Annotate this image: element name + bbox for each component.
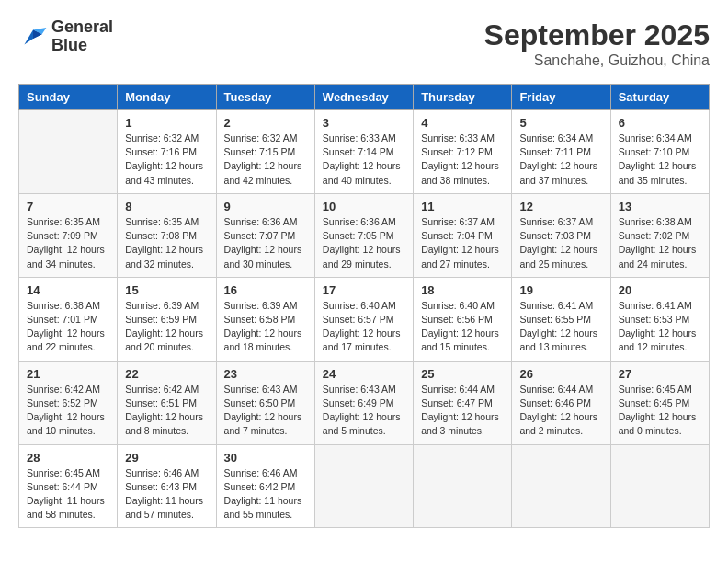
calendar-cell: 1Sunrise: 6:32 AMSunset: 7:16 PMDaylight… <box>118 110 216 194</box>
calendar-cell <box>610 444 709 528</box>
weekday-header: Friday <box>512 85 610 110</box>
calendar-cell: 19Sunrise: 6:41 AMSunset: 6:55 PMDayligh… <box>512 277 610 361</box>
calendar-cell: 13Sunrise: 6:38 AMSunset: 7:02 PMDayligh… <box>610 193 709 277</box>
day-info: Sunrise: 6:41 AMSunset: 6:55 PMDaylight:… <box>519 299 602 355</box>
calendar-week-row: 28Sunrise: 6:45 AMSunset: 6:44 PMDayligh… <box>19 444 710 528</box>
calendar-cell: 18Sunrise: 6:40 AMSunset: 6:56 PMDayligh… <box>414 277 512 361</box>
calendar-cell: 23Sunrise: 6:43 AMSunset: 6:50 PMDayligh… <box>216 361 314 444</box>
calendar-week-row: 1Sunrise: 6:32 AMSunset: 7:16 PMDaylight… <box>19 110 710 194</box>
day-number: 6 <box>619 116 701 130</box>
calendar-cell: 29Sunrise: 6:46 AMSunset: 6:43 PMDayligh… <box>118 444 216 528</box>
weekday-header: Thursday <box>414 85 512 110</box>
day-info: Sunrise: 6:39 AMSunset: 6:58 PMDaylight:… <box>224 299 307 355</box>
weekday-header: Saturday <box>610 85 709 110</box>
calendar-cell: 14Sunrise: 6:38 AMSunset: 7:01 PMDayligh… <box>19 277 118 361</box>
day-number: 3 <box>323 116 405 130</box>
calendar-cell: 12Sunrise: 6:37 AMSunset: 7:03 PMDayligh… <box>512 193 610 277</box>
day-number: 24 <box>323 367 405 381</box>
calendar-cell: 30Sunrise: 6:46 AMSunset: 6:42 PMDayligh… <box>216 444 314 528</box>
logo: General Blue <box>18 18 113 55</box>
day-info: Sunrise: 6:38 AMSunset: 7:02 PMDaylight:… <box>619 215 701 271</box>
day-info: Sunrise: 6:45 AMSunset: 6:45 PMDaylight:… <box>619 383 701 439</box>
day-info: Sunrise: 6:35 AMSunset: 7:08 PMDaylight:… <box>125 215 208 271</box>
calendar-week-row: 21Sunrise: 6:42 AMSunset: 6:52 PMDayligh… <box>19 361 710 444</box>
calendar-cell: 15Sunrise: 6:39 AMSunset: 6:59 PMDayligh… <box>118 277 216 361</box>
day-info: Sunrise: 6:33 AMSunset: 7:12 PMDaylight:… <box>421 132 504 188</box>
calendar-header-row: SundayMondayTuesdayWednesdayThursdayFrid… <box>19 85 710 110</box>
day-info: Sunrise: 6:46 AMSunset: 6:43 PMDaylight:… <box>125 466 208 523</box>
day-number: 27 <box>619 367 701 381</box>
day-info: Sunrise: 6:37 AMSunset: 7:04 PMDaylight:… <box>421 215 504 271</box>
calendar-cell: 4Sunrise: 6:33 AMSunset: 7:12 PMDaylight… <box>414 110 512 194</box>
day-info: Sunrise: 6:32 AMSunset: 7:16 PMDaylight:… <box>125 132 208 188</box>
title-block: September 2025 Sanchahe, Guizhou, China <box>484 18 710 69</box>
day-number: 4 <box>421 116 504 130</box>
day-info: Sunrise: 6:33 AMSunset: 7:14 PMDaylight:… <box>323 132 405 188</box>
calendar-cell <box>414 444 512 528</box>
calendar-cell: 10Sunrise: 6:36 AMSunset: 7:05 PMDayligh… <box>314 193 413 277</box>
calendar-cell: 9Sunrise: 6:36 AMSunset: 7:07 PMDaylight… <box>216 193 314 277</box>
calendar-week-row: 7Sunrise: 6:35 AMSunset: 7:09 PMDaylight… <box>19 193 710 277</box>
day-number: 28 <box>27 451 109 465</box>
day-info: Sunrise: 6:40 AMSunset: 6:57 PMDaylight:… <box>323 299 405 355</box>
calendar-cell: 21Sunrise: 6:42 AMSunset: 6:52 PMDayligh… <box>19 361 118 444</box>
day-number: 2 <box>224 116 307 130</box>
calendar-cell: 20Sunrise: 6:41 AMSunset: 6:53 PMDayligh… <box>610 277 709 361</box>
calendar-cell: 5Sunrise: 6:34 AMSunset: 7:11 PMDaylight… <box>512 110 610 194</box>
day-info: Sunrise: 6:42 AMSunset: 6:52 PMDaylight:… <box>27 383 109 439</box>
day-info: Sunrise: 6:38 AMSunset: 7:01 PMDaylight:… <box>27 299 109 355</box>
day-number: 22 <box>125 367 208 381</box>
calendar-cell: 8Sunrise: 6:35 AMSunset: 7:08 PMDaylight… <box>118 193 216 277</box>
calendar-cell: 27Sunrise: 6:45 AMSunset: 6:45 PMDayligh… <box>610 361 709 444</box>
calendar-cell: 25Sunrise: 6:44 AMSunset: 6:47 PMDayligh… <box>414 361 512 444</box>
day-number: 17 <box>323 283 405 297</box>
day-info: Sunrise: 6:35 AMSunset: 7:09 PMDaylight:… <box>27 215 109 271</box>
day-number: 19 <box>519 283 602 297</box>
day-number: 13 <box>619 200 701 213</box>
calendar-cell: 2Sunrise: 6:32 AMSunset: 7:15 PMDaylight… <box>216 110 314 194</box>
page-header: General Blue September 2025 Sanchahe, Gu… <box>18 18 710 69</box>
day-info: Sunrise: 6:39 AMSunset: 6:59 PMDaylight:… <box>125 299 208 355</box>
day-number: 9 <box>224 200 307 213</box>
day-number: 10 <box>323 200 405 213</box>
day-number: 26 <box>519 367 602 381</box>
day-info: Sunrise: 6:34 AMSunset: 7:11 PMDaylight:… <box>519 132 602 188</box>
day-info: Sunrise: 6:44 AMSunset: 6:46 PMDaylight:… <box>519 383 602 439</box>
day-number: 8 <box>125 200 208 213</box>
calendar-cell: 17Sunrise: 6:40 AMSunset: 6:57 PMDayligh… <box>314 277 413 361</box>
day-info: Sunrise: 6:36 AMSunset: 7:07 PMDaylight:… <box>224 215 307 271</box>
day-number: 21 <box>27 367 109 381</box>
day-info: Sunrise: 6:45 AMSunset: 6:44 PMDaylight:… <box>27 466 109 523</box>
day-info: Sunrise: 6:32 AMSunset: 7:15 PMDaylight:… <box>224 132 307 188</box>
day-number: 15 <box>125 283 208 297</box>
day-number: 20 <box>619 283 701 297</box>
calendar-cell: 28Sunrise: 6:45 AMSunset: 6:44 PMDayligh… <box>19 444 118 528</box>
day-info: Sunrise: 6:34 AMSunset: 7:10 PMDaylight:… <box>619 132 701 188</box>
day-number: 7 <box>27 200 109 213</box>
day-number: 25 <box>421 367 504 381</box>
day-info: Sunrise: 6:43 AMSunset: 6:50 PMDaylight:… <box>224 383 307 439</box>
day-info: Sunrise: 6:44 AMSunset: 6:47 PMDaylight:… <box>421 383 504 439</box>
calendar-cell: 22Sunrise: 6:42 AMSunset: 6:51 PMDayligh… <box>118 361 216 444</box>
day-number: 29 <box>125 451 208 465</box>
logo-icon <box>18 24 48 50</box>
day-info: Sunrise: 6:37 AMSunset: 7:03 PMDaylight:… <box>519 215 602 271</box>
calendar-cell: 7Sunrise: 6:35 AMSunset: 7:09 PMDaylight… <box>19 193 118 277</box>
calendar-table: SundayMondayTuesdayWednesdayThursdayFrid… <box>18 84 710 528</box>
calendar-cell: 3Sunrise: 6:33 AMSunset: 7:14 PMDaylight… <box>314 110 413 194</box>
day-number: 14 <box>27 283 109 297</box>
day-number: 12 <box>519 200 602 213</box>
day-info: Sunrise: 6:41 AMSunset: 6:53 PMDaylight:… <box>619 299 701 355</box>
calendar-week-row: 14Sunrise: 6:38 AMSunset: 7:01 PMDayligh… <box>19 277 710 361</box>
day-number: 16 <box>224 283 307 297</box>
calendar-cell: 6Sunrise: 6:34 AMSunset: 7:10 PMDaylight… <box>610 110 709 194</box>
logo-text-blue: Blue <box>51 37 113 55</box>
calendar-cell: 16Sunrise: 6:39 AMSunset: 6:58 PMDayligh… <box>216 277 314 361</box>
calendar-cell <box>512 444 610 528</box>
weekday-header: Wednesday <box>314 85 413 110</box>
weekday-header: Tuesday <box>216 85 314 110</box>
calendar-cell <box>314 444 413 528</box>
day-number: 23 <box>224 367 307 381</box>
calendar-cell: 24Sunrise: 6:43 AMSunset: 6:49 PMDayligh… <box>314 361 413 444</box>
calendar-cell: 26Sunrise: 6:44 AMSunset: 6:46 PMDayligh… <box>512 361 610 444</box>
